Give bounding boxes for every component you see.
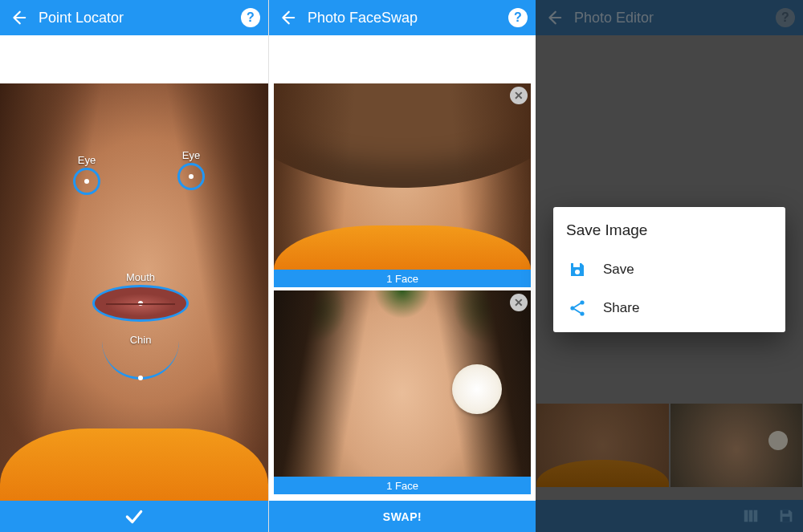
remove-photo-button[interactable]: ✕	[510, 87, 528, 104]
photo-viewport[interactable]: Eye Eye Mouth Chin	[0, 83, 268, 501]
source-photo-card[interactable]: ✕ 1 Face	[274, 83, 531, 287]
header-faceswap: Photo FaceSwap ?	[269, 0, 536, 35]
svg-point-6	[575, 270, 580, 274]
swap-button[interactable]: SWAP!	[269, 501, 536, 532]
svg-rect-5	[573, 263, 580, 267]
face-count-label: 1 Face	[386, 480, 418, 492]
header-title: Point Locator	[31, 10, 241, 26]
save-image-dialog: Save Image Save Share	[553, 207, 785, 332]
chin-arc-icon	[102, 341, 179, 380]
panel-photo-editor: Photo Editor ? Save Image	[536, 0, 803, 532]
source-photos-list: ✕ 1 Face ✕ 1 Face	[269, 83, 536, 501]
face-count-strip: 1 Face	[274, 270, 531, 287]
arrow-left-icon	[9, 9, 26, 26]
panel-faceswap: Photo FaceSwap ? ✕ 1 Face	[268, 0, 536, 532]
help-button[interactable]: ?	[508, 8, 528, 27]
header-spacer	[0, 35, 268, 83]
check-icon	[124, 506, 145, 527]
remove-photo-button[interactable]: ✕	[510, 294, 528, 311]
marker-label: Mouth	[126, 271, 155, 283]
eye-circle-icon	[73, 168, 100, 195]
header-point-locator: Point Locator ?	[0, 0, 268, 35]
face-count-strip: 1 Face	[274, 477, 531, 494]
help-icon: ?	[247, 10, 255, 25]
back-button[interactable]	[5, 5, 31, 30]
eye-circle-icon	[177, 163, 205, 190]
source-photo	[274, 83, 531, 270]
marker-chin[interactable]: Chin	[102, 334, 179, 380]
help-icon: ?	[514, 10, 522, 25]
dialog-option-label: Share	[603, 300, 639, 316]
mouth-oval-icon	[92, 285, 189, 322]
dialog-option-label: Save	[603, 262, 634, 278]
close-icon: ✕	[514, 296, 524, 309]
dialog-option-save[interactable]: Save	[566, 250, 772, 289]
marker-right-eye[interactable]: Eye	[177, 149, 205, 190]
confirm-button[interactable]	[0, 501, 268, 532]
help-button[interactable]: ?	[241, 8, 260, 27]
save-icon	[566, 258, 589, 281]
dialog-option-share[interactable]: Share	[566, 289, 772, 327]
swap-button-label: SWAP!	[383, 510, 422, 523]
marker-left-eye[interactable]: Eye	[73, 154, 100, 195]
header-title: Photo FaceSwap	[300, 10, 508, 26]
panel-point-locator: Point Locator ? Eye Eye Mouth	[0, 0, 268, 532]
header-spacer	[269, 35, 536, 83]
share-icon	[566, 297, 589, 319]
close-icon: ✕	[514, 89, 524, 102]
back-button[interactable]	[274, 5, 300, 30]
arrow-left-icon	[278, 9, 296, 26]
marker-label: Eye	[78, 154, 96, 166]
marker-mouth[interactable]: Mouth	[92, 271, 189, 322]
source-photo-card[interactable]: ✕ 1 Face	[274, 290, 531, 494]
source-photo	[274, 290, 531, 477]
dialog-title: Save Image	[566, 221, 772, 239]
marker-label: Eye	[182, 149, 200, 161]
face-count-label: 1 Face	[386, 273, 418, 285]
